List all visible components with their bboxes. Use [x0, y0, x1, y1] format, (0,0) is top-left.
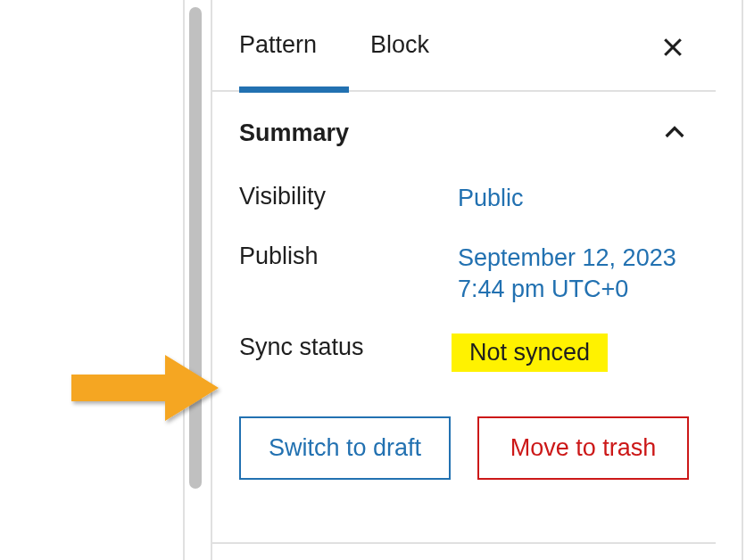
switch-to-draft-button[interactable]: Switch to draft	[239, 416, 451, 480]
chevron-up-icon	[660, 119, 689, 147]
sync-status-label: Sync status	[239, 334, 458, 361]
summary-toggle[interactable]: Summary	[212, 92, 716, 165]
settings-panel: Pattern Block Summary Visibility Public …	[211, 0, 716, 560]
publish-row: Publish September 12, 2023 7:44 pm UTC+0	[239, 243, 689, 305]
close-icon	[659, 34, 686, 61]
scrollbar[interactable]	[189, 7, 202, 489]
divider	[212, 542, 716, 544]
move-to-trash-button[interactable]: Move to trash	[477, 416, 689, 480]
visibility-row: Visibility Public	[239, 183, 689, 214]
tabs: Pattern Block	[212, 0, 716, 92]
close-button[interactable]	[657, 31, 689, 63]
button-row: Switch to draft Move to trash	[239, 416, 689, 480]
tab-pattern[interactable]: Pattern	[239, 0, 335, 91]
sync-status-value: Not synced	[452, 334, 608, 372]
summary-title: Summary	[239, 119, 349, 147]
publish-value[interactable]: September 12, 2023 7:44 pm UTC+0	[458, 243, 689, 305]
tab-block[interactable]: Block	[370, 0, 447, 91]
sync-status-row: Sync status Not synced	[239, 334, 689, 372]
publish-label: Publish	[239, 243, 458, 270]
summary-body: Visibility Public Publish September 12, …	[212, 165, 716, 506]
visibility-label: Visibility	[239, 183, 458, 210]
visibility-value[interactable]: Public	[458, 183, 524, 214]
